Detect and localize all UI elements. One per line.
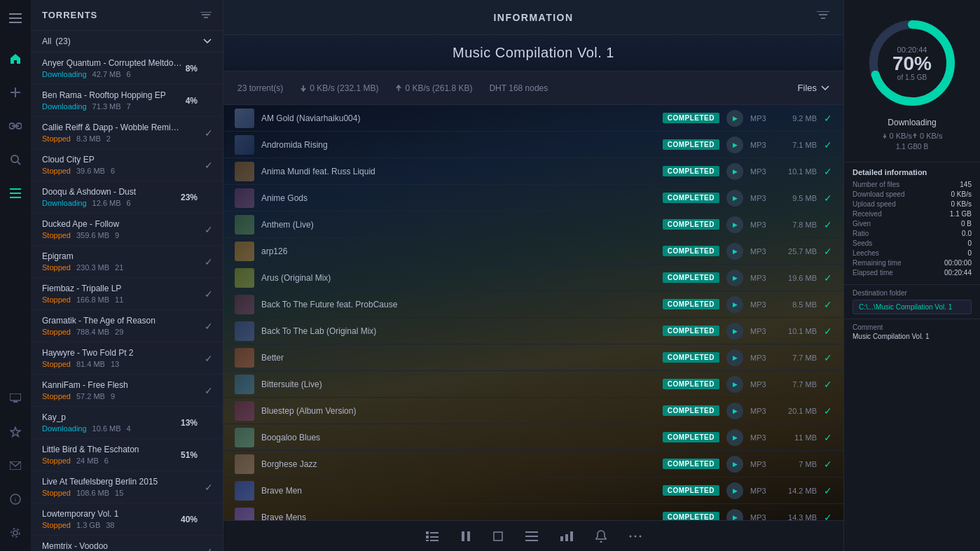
destination-section: Destination folder C:\...\Music Compilat… bbox=[844, 284, 980, 319]
detailed-section: Detailed information Number of files 145… bbox=[844, 162, 980, 284]
play-button[interactable]: ▶ bbox=[726, 190, 743, 207]
torrent-filter-row: All (23) bbox=[31, 31, 223, 53]
search-icon[interactable] bbox=[4, 148, 27, 171]
check-icon: ✓ bbox=[205, 256, 213, 267]
file-check-icon: ✓ bbox=[824, 352, 832, 363]
filter-icon[interactable] bbox=[817, 11, 829, 24]
play-button[interactable]: ▶ bbox=[726, 376, 743, 393]
pause-button[interactable] bbox=[461, 531, 471, 542]
list-item[interactable]: Kay_p Downloading 10.6 MB 4 13% bbox=[31, 407, 223, 439]
list-item[interactable]: Memtrix - Voodoo Stopped 22.1 MB 15 ✓ bbox=[31, 536, 223, 551]
destination-label: Destination folder bbox=[853, 289, 972, 297]
notification-button[interactable] bbox=[595, 530, 607, 543]
check-icon: ✓ bbox=[205, 546, 213, 552]
file-check-icon: ✓ bbox=[824, 379, 832, 390]
settings-icon[interactable] bbox=[4, 522, 27, 544]
file-check-icon: ✓ bbox=[824, 512, 832, 521]
stop-button[interactable] bbox=[493, 531, 503, 541]
check-icon: ✓ bbox=[205, 385, 213, 396]
play-button[interactable]: ▶ bbox=[726, 482, 743, 499]
destination-value: C:\...\Music Compilation Vol. 1 bbox=[853, 300, 972, 314]
devices-icon[interactable] bbox=[4, 387, 27, 410]
file-thumbnail bbox=[235, 428, 254, 447]
stats-button[interactable] bbox=[560, 531, 573, 541]
mail-icon[interactable] bbox=[4, 454, 27, 477]
list-item[interactable]: Fiembaz - Tripalle LP Stopped 166.8 MB 1… bbox=[31, 278, 223, 310]
svg-rect-26 bbox=[462, 531, 464, 541]
upload-speed: 0 KB/s (261.8 KB) bbox=[395, 83, 472, 93]
svg-rect-29 bbox=[525, 531, 538, 533]
play-button[interactable]: ▶ bbox=[726, 110, 743, 127]
torrent-panel: TORRENTS All (23) Anyer Quantum - Corrup… bbox=[31, 0, 223, 551]
list-item[interactable]: Cloud City EP Stopped 39.6 MB 6 ✓ bbox=[31, 149, 223, 181]
svg-rect-4 bbox=[11, 92, 20, 93]
play-button[interactable]: ▶ bbox=[726, 243, 743, 260]
file-row: Anima Mundi feat. Russ Liquid COMPLETED … bbox=[223, 158, 843, 185]
list-item[interactable]: Dooqu & Ashdown - Dust Downloading 12.6 … bbox=[31, 181, 223, 214]
list-item[interactable]: KanniFam - Free Flesh Stopped 57.2 MB 9 … bbox=[31, 375, 223, 407]
star-icon[interactable] bbox=[4, 421, 27, 443]
check-icon: ✓ bbox=[205, 321, 213, 332]
play-button[interactable]: ▶ bbox=[726, 403, 743, 419]
detail-ratio: Ratio 0.0 bbox=[853, 230, 972, 237]
percent-display: 70% bbox=[892, 54, 932, 74]
list-detail-button[interactable] bbox=[426, 531, 439, 541]
more-button[interactable] bbox=[629, 535, 642, 538]
play-button[interactable]: ▶ bbox=[726, 137, 743, 153]
size-row: 1.1 GB 0 B bbox=[885, 141, 939, 152]
add-icon[interactable] bbox=[4, 81, 27, 104]
list-item[interactable]: Lowtemporary Vol. 1 Stopped 1.3 GB 38 40… bbox=[31, 503, 223, 536]
info-subheader: 23 torrent(s) 0 KB/s (232.1 MB) 0 KB/s (… bbox=[223, 71, 843, 105]
svg-rect-13 bbox=[10, 393, 21, 400]
svg-rect-30 bbox=[525, 536, 538, 537]
list-item[interactable]: Gramatik - The Age of Reason Stopped 788… bbox=[31, 310, 223, 342]
svg-point-38 bbox=[639, 535, 641, 537]
list-item[interactable]: Ben Rama - Rooftop Hopping EP Downloadin… bbox=[31, 85, 223, 117]
files-button[interactable]: Files bbox=[798, 83, 829, 93]
file-list: AM Gold (Naviarhaiku004) COMPLETED ▶ MP3… bbox=[223, 105, 843, 520]
status-display: Downloading bbox=[888, 118, 936, 127]
info-icon[interactable]: i bbox=[4, 488, 27, 510]
file-thumbnail bbox=[235, 135, 254, 155]
list-item[interactable]: Haywyre - Two Fold Pt 2 Stopped 81.4 MB … bbox=[31, 342, 223, 375]
list-item[interactable]: Live At Teufelsberg Berlin 2015 Stopped … bbox=[31, 471, 223, 503]
play-button[interactable]: ▶ bbox=[726, 270, 743, 286]
play-button[interactable]: ▶ bbox=[726, 456, 743, 473]
svg-point-8 bbox=[11, 155, 18, 162]
file-row: Borghese Jazz COMPLETED ▶ MP3 7 MB ✓ bbox=[223, 451, 843, 477]
svg-rect-25 bbox=[430, 540, 439, 541]
file-thumbnail bbox=[235, 375, 254, 394]
file-check-icon: ✓ bbox=[824, 432, 832, 443]
sort-icon[interactable] bbox=[200, 12, 212, 19]
list-item[interactable]: Anyer Quantum - Corrupted Meltdown Downl… bbox=[31, 53, 223, 85]
home-icon[interactable] bbox=[4, 48, 27, 70]
menu-icon[interactable] bbox=[4, 7, 27, 29]
play-button[interactable]: ▶ bbox=[726, 296, 743, 313]
play-button[interactable]: ▶ bbox=[726, 163, 743, 180]
play-button[interactable]: ▶ bbox=[726, 509, 743, 521]
detail-seeds: Seeds 0 bbox=[853, 239, 972, 247]
list-item[interactable]: Epigram Stopped 230.3 MB 21 ✓ bbox=[31, 246, 223, 278]
file-row: Bittersuite (Live) COMPLETED ▶ MP3 7.7 M… bbox=[223, 371, 843, 398]
file-thumbnail bbox=[235, 242, 254, 261]
comment-section: Comment Music Compilation Vol. 1 bbox=[844, 319, 980, 344]
list-item[interactable]: Callie Reiff & Dapp - Wobble Remixes Sto… bbox=[31, 117, 223, 149]
play-button[interactable]: ▶ bbox=[726, 323, 743, 340]
file-check-icon: ✓ bbox=[824, 459, 832, 470]
svg-rect-11 bbox=[10, 193, 21, 194]
torrent-list: Anyer Quantum - Corrupted Meltdown Downl… bbox=[31, 53, 223, 551]
download-speed: 0 KB/s (232.1 MB) bbox=[300, 83, 378, 93]
links-icon[interactable] bbox=[4, 115, 27, 137]
play-button[interactable]: ▶ bbox=[726, 349, 743, 366]
play-button[interactable]: ▶ bbox=[726, 429, 743, 446]
details-button[interactable] bbox=[525, 531, 538, 541]
check-icon: ✓ bbox=[205, 127, 213, 139]
list-item[interactable]: Ducked Ape - Follow Stopped 359.6 MB 9 ✓ bbox=[31, 214, 223, 246]
play-button[interactable]: ▶ bbox=[726, 216, 743, 233]
file-thumbnail bbox=[235, 481, 254, 501]
sort-chevron[interactable] bbox=[203, 36, 212, 46]
list-view-icon[interactable] bbox=[4, 182, 27, 204]
list-item[interactable]: Little Bird & The Eschaton Stopped 24 MB… bbox=[31, 439, 223, 471]
file-thumbnail bbox=[235, 348, 254, 368]
of-label: of 1.5 GB bbox=[892, 74, 932, 81]
